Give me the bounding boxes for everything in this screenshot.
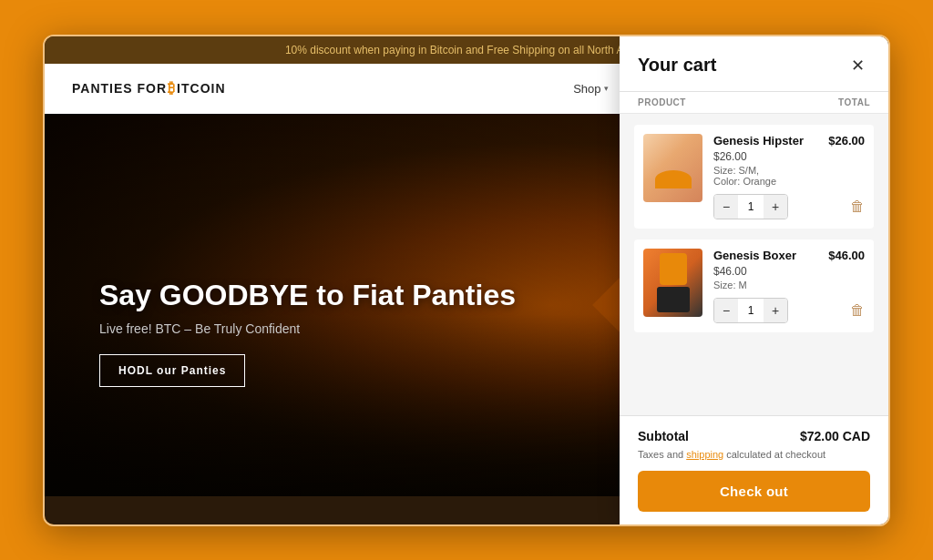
- item-size-hipster: Size: S/M,: [713, 165, 865, 176]
- subtotal-row: Subtotal $72.00 CAD: [638, 429, 870, 443]
- hero-content: Say GOODBYE to Fiat Panties Live free! B…: [99, 279, 516, 387]
- qty-control-boxer: − 1 +: [713, 298, 788, 323]
- cart-column-headers: PRODUCT TOTAL: [620, 92, 888, 114]
- item-total-hipster: $26.00: [828, 134, 865, 148]
- boxer-img-placeholder: [643, 249, 702, 317]
- hipster-img-placeholder: [643, 134, 702, 202]
- tax-note-post: calculated at checkout: [723, 449, 825, 460]
- item-total-boxer: $46.00: [828, 249, 865, 262]
- tax-note: Taxes and shipping calculated at checkou…: [638, 449, 870, 460]
- qty-increase-boxer[interactable]: +: [764, 299, 787, 322]
- cart-item-hipster: Genesis Hipster $26.00 Size: S/M, Color:…: [634, 125, 874, 229]
- nav-shop[interactable]: Shop ▾: [573, 82, 608, 96]
- site-logo: PANTIES FOR ₿ ITCOIN: [72, 80, 226, 97]
- logo-post-text: ITCOIN: [177, 81, 225, 96]
- announcement-text: 10% discount when paying in Bitcoin and …: [285, 44, 648, 56]
- qty-row-boxer: − 1 + 🗑: [713, 298, 865, 323]
- shipping-link[interactable]: shipping: [686, 449, 723, 460]
- qty-row-hipster: − 1 + 🗑: [713, 194, 865, 219]
- delete-boxer-button[interactable]: 🗑: [850, 302, 865, 319]
- qty-decrease-hipster[interactable]: −: [714, 195, 738, 219]
- subtotal-value: $72.00 CAD: [800, 429, 870, 443]
- checkout-button[interactable]: Check out: [638, 471, 870, 512]
- product-image-boxer: [643, 249, 702, 317]
- item-size-boxer: Size: M: [713, 280, 865, 290]
- hodl-button[interactable]: HODL our Panties: [99, 354, 245, 387]
- qty-value-hipster: 1: [738, 195, 764, 219]
- cart-panel: Your cart ✕ PRODUCT TOTAL Genesis Hipste…: [620, 36, 888, 524]
- browser-window: 10% discount when paying in Bitcoin and …: [43, 35, 890, 526]
- cart-footer: Subtotal $72.00 CAD Taxes and shipping c…: [620, 415, 888, 524]
- cart-items-list: Genesis Hipster $26.00 Size: S/M, Color:…: [620, 114, 888, 415]
- cart-title: Your cart: [638, 55, 716, 76]
- cart-header: Your cart ✕: [620, 36, 888, 92]
- item-price-boxer: $46.00: [713, 265, 865, 278]
- item-color-hipster: Color: Orange: [713, 176, 865, 187]
- chevron-down-icon: ▾: [604, 84, 609, 93]
- col-total: TOTAL: [838, 97, 870, 107]
- bitcoin-icon: ₿: [168, 80, 176, 97]
- product-image-hipster: [643, 134, 702, 202]
- qty-decrease-boxer[interactable]: −: [714, 299, 738, 322]
- item-price-hipster: $26.00: [713, 150, 865, 163]
- close-cart-button[interactable]: ✕: [845, 53, 870, 78]
- delete-hipster-button[interactable]: 🗑: [850, 199, 865, 215]
- subtotal-label: Subtotal: [638, 429, 689, 443]
- nav-shop-label: Shop: [573, 82, 600, 96]
- col-product: PRODUCT: [638, 97, 686, 107]
- logo-pre-text: PANTIES FOR: [72, 81, 167, 96]
- tax-note-pre: Taxes and: [638, 449, 686, 460]
- qty-increase-hipster[interactable]: +: [764, 195, 787, 219]
- cart-item-boxer: Genesis Boxer $46.00 Size: M − 1 + 🗑 $46…: [634, 239, 874, 332]
- qty-control-hipster: − 1 +: [713, 194, 788, 219]
- hero-subtitle: Live free! BTC – Be Truly Confident: [99, 321, 516, 336]
- qty-value-boxer: 1: [738, 299, 764, 322]
- hero-title: Say GOODBYE to Fiat Panties: [99, 279, 516, 312]
